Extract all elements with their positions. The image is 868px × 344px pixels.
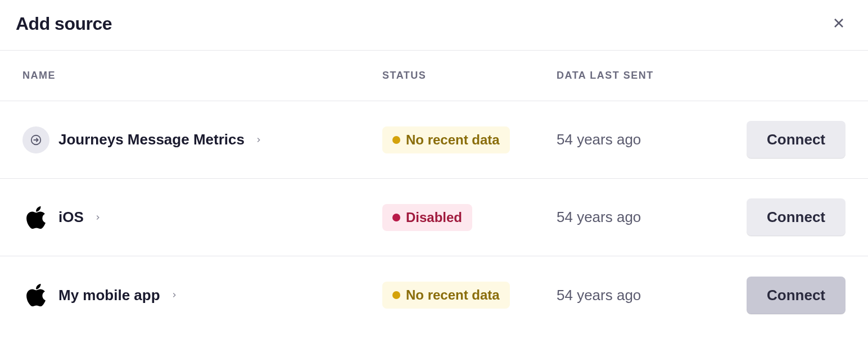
- status-badge: No recent data: [382, 126, 510, 153]
- chevron-right-icon: [94, 214, 102, 221]
- last-sent-label: 54 years ago: [557, 209, 641, 225]
- status-badge: Disabled: [382, 204, 472, 231]
- source-name-label: Journeys Message Metrics: [58, 131, 245, 148]
- source-icon: [22, 126, 49, 153]
- status-dot-icon: [392, 214, 400, 221]
- table-header: NAME STATUS DATA LAST SENT: [0, 51, 868, 101]
- connect-button[interactable]: Connect: [747, 121, 846, 159]
- last-sent-label: 54 years ago: [557, 131, 641, 148]
- status-label: Disabled: [406, 210, 462, 225]
- source-name-cell[interactable]: My mobile app: [22, 282, 382, 309]
- chevron-right-icon: [255, 136, 263, 144]
- status-dot-icon: [392, 136, 400, 144]
- table-row: My mobile appNo recent data54 years agoC…: [0, 256, 868, 334]
- source-name-label: My mobile app: [58, 287, 160, 304]
- apple-icon: [22, 204, 49, 231]
- modal-header: Add source: [0, 0, 868, 51]
- connect-button[interactable]: Connect: [747, 198, 846, 236]
- source-name-cell[interactable]: Journeys Message Metrics: [22, 126, 382, 153]
- journeys-icon: [22, 126, 49, 153]
- table-row: Journeys Message MetricsNo recent data54…: [0, 101, 868, 179]
- column-header-date: DATA LAST SENT: [557, 70, 708, 82]
- source-name-label: iOS: [58, 209, 84, 226]
- status-label: No recent data: [406, 132, 500, 148]
- apple-icon: [22, 282, 49, 309]
- column-header-name: NAME: [22, 70, 382, 82]
- close-icon: [832, 16, 846, 31]
- source-name-cell[interactable]: iOS: [22, 204, 382, 231]
- status-dot-icon: [392, 291, 400, 299]
- status-label: No recent data: [406, 287, 500, 303]
- status-badge: No recent data: [382, 282, 510, 309]
- table-row: iOSDisabled54 years agoConnect: [0, 179, 868, 256]
- connect-button[interactable]: Connect: [747, 277, 846, 314]
- chevron-right-icon: [170, 291, 178, 299]
- page-title: Add source: [16, 13, 112, 34]
- last-sent-label: 54 years ago: [557, 287, 641, 304]
- column-header-status: STATUS: [382, 70, 557, 82]
- close-button[interactable]: [830, 14, 848, 34]
